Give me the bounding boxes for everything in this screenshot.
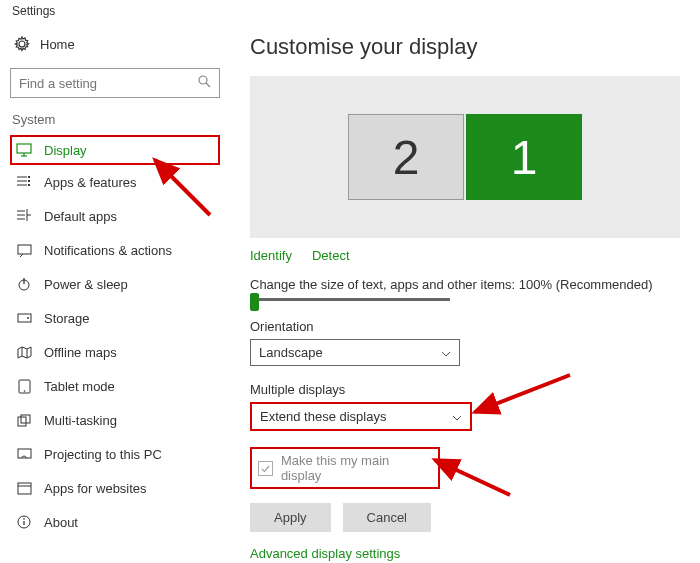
home-label: Home: [40, 37, 75, 52]
svg-rect-16: [18, 245, 31, 254]
default-apps-icon: [16, 208, 32, 224]
multitasking-icon: [16, 412, 32, 428]
nav-label: About: [44, 515, 78, 530]
search-field[interactable]: [19, 76, 198, 91]
slider-thumb[interactable]: [250, 293, 259, 311]
sidebar-item-multitasking[interactable]: Multi-tasking: [10, 403, 220, 437]
svg-rect-9: [28, 180, 30, 182]
sidebar-item-projecting[interactable]: Projecting to this PC: [10, 437, 220, 471]
sidebar: Home System Display Apps & features Defa…: [0, 22, 230, 563]
power-icon: [16, 276, 32, 292]
sidebar-item-offline-maps[interactable]: Offline maps: [10, 335, 220, 369]
identify-link[interactable]: Identify: [250, 248, 292, 263]
nav-label: Projecting to this PC: [44, 447, 162, 462]
page-title: Customise your display: [250, 34, 680, 60]
svg-rect-25: [18, 417, 26, 426]
scale-label: Change the size of text, apps and other …: [250, 277, 680, 292]
orientation-value: Landscape: [259, 345, 323, 360]
window-title: Settings: [0, 0, 700, 22]
nav-label: Apps & features: [44, 175, 137, 190]
svg-point-24: [23, 390, 25, 392]
nav-label: Display: [44, 143, 87, 158]
monitor-1[interactable]: 1: [466, 114, 582, 200]
sidebar-item-apps-features[interactable]: Apps & features: [10, 165, 220, 199]
main-content: Customise your display 2 1 Identify Dete…: [230, 22, 700, 563]
apps-websites-icon: [16, 480, 32, 496]
svg-point-0: [199, 76, 207, 84]
svg-rect-28: [18, 483, 31, 494]
apps-icon: [16, 174, 32, 190]
display-preview[interactable]: 2 1: [250, 76, 680, 238]
search-input[interactable]: [10, 68, 220, 98]
sidebar-item-power-sleep[interactable]: Power & sleep: [10, 267, 220, 301]
main-display-checkbox: [258, 461, 273, 476]
nav-label: Tablet mode: [44, 379, 115, 394]
sidebar-item-about[interactable]: About: [10, 505, 220, 539]
sidebar-item-storage[interactable]: Storage: [10, 301, 220, 335]
orientation-label: Orientation: [250, 319, 680, 334]
sidebar-item-default-apps[interactable]: Default apps: [10, 199, 220, 233]
svg-rect-2: [17, 144, 31, 153]
scale-slider[interactable]: [250, 298, 450, 301]
sidebar-item-tablet-mode[interactable]: Tablet mode: [10, 369, 220, 403]
multiple-displays-value: Extend these displays: [260, 409, 386, 424]
sidebar-item-notifications[interactable]: Notifications & actions: [10, 233, 220, 267]
nav-label: Multi-tasking: [44, 413, 117, 428]
main-display-label: Make this my main display: [281, 453, 432, 483]
nav-label: Apps for websites: [44, 481, 147, 496]
nav-label: Offline maps: [44, 345, 117, 360]
detect-link[interactable]: Detect: [312, 248, 350, 263]
svg-point-20: [27, 317, 29, 319]
apply-button[interactable]: Apply: [250, 503, 331, 532]
projecting-icon: [16, 446, 32, 462]
orientation-dropdown[interactable]: Landscape: [250, 339, 460, 366]
search-icon: [198, 75, 211, 91]
section-label: System: [10, 112, 220, 127]
gear-icon: [14, 36, 30, 52]
nav-label: Storage: [44, 311, 90, 326]
nav-label: Notifications & actions: [44, 243, 172, 258]
multiple-displays-dropdown[interactable]: Extend these displays: [250, 402, 472, 431]
svg-rect-10: [28, 184, 30, 186]
monitor-2[interactable]: 2: [348, 114, 464, 200]
svg-rect-19: [18, 314, 31, 322]
svg-rect-27: [18, 449, 31, 458]
sidebar-item-apps-websites[interactable]: Apps for websites: [10, 471, 220, 505]
nav-label: Power & sleep: [44, 277, 128, 292]
home-button[interactable]: Home: [10, 30, 220, 58]
cancel-button[interactable]: Cancel: [343, 503, 431, 532]
chevron-down-icon: [452, 409, 462, 424]
storage-icon: [16, 310, 32, 326]
multiple-displays-label: Multiple displays: [250, 382, 680, 397]
main-display-checkbox-row: Make this my main display: [250, 447, 440, 489]
about-icon: [16, 514, 32, 530]
maps-icon: [16, 344, 32, 360]
notifications-icon: [16, 242, 32, 258]
svg-point-31: [23, 518, 25, 520]
svg-line-1: [206, 83, 210, 87]
svg-rect-8: [28, 176, 30, 178]
sidebar-item-display[interactable]: Display: [10, 135, 220, 165]
display-icon: [16, 142, 32, 158]
chevron-down-icon: [441, 345, 451, 360]
tablet-icon: [16, 378, 32, 394]
advanced-display-link[interactable]: Advanced display settings: [250, 546, 680, 561]
nav-label: Default apps: [44, 209, 117, 224]
